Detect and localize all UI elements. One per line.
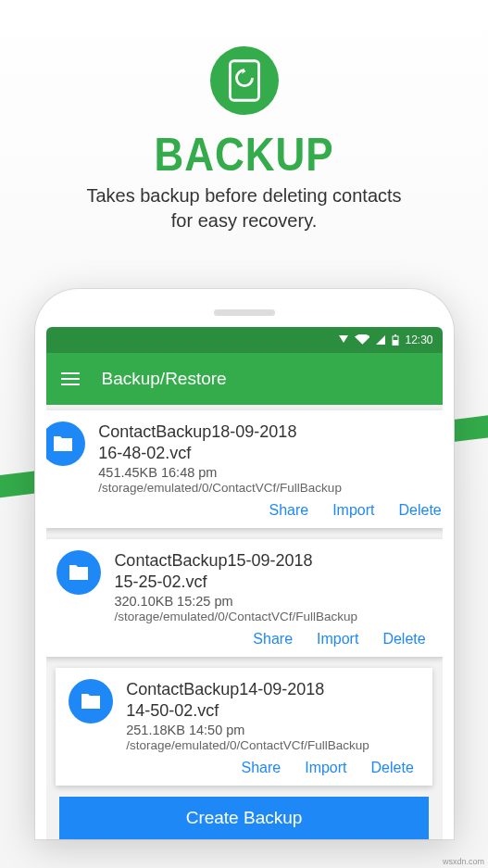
folder-icon [56, 550, 101, 595]
cell-signal-icon [375, 334, 386, 346]
share-button[interactable]: Share [253, 631, 293, 648]
backup-card: ContactBackup15-09-201815-25-02.vcf 320.… [46, 539, 443, 657]
app-bar: Backup/Restore [46, 353, 443, 405]
backup-size-time: 251.18KB 14:50 pm [126, 723, 419, 737]
delete-button[interactable]: Delete [371, 760, 414, 776]
backup-path: /storage/emulated/0/ContactVCf/FullBacku… [114, 610, 431, 623]
svg-rect-2 [393, 340, 398, 346]
create-backup-button[interactable]: Create Backup [59, 797, 428, 839]
status-bar: 12:30 [46, 327, 443, 353]
backup-filename: ContactBackup18-09-201816-48-02.vcf [98, 421, 442, 463]
signal-down-icon [338, 334, 349, 346]
backup-card: ContactBackup18-09-201816-48-02.vcf 451.… [46, 410, 443, 528]
backup-filename: ContactBackup15-09-201815-25-02.vcf [114, 550, 431, 592]
backup-hero-icon [210, 46, 279, 115]
delete-button[interactable]: Delete [399, 502, 442, 519]
hero-subtitle: Takes backup before deleting contacts fo… [0, 183, 488, 233]
import-button[interactable]: Import [332, 502, 374, 519]
backup-card: ContactBackup14-09-201814-50-02.vcf 251.… [56, 668, 432, 786]
battery-icon [392, 334, 399, 346]
backup-path: /storage/emulated/0/ContactVCf/FullBacku… [98, 481, 442, 495]
phone-speaker [214, 309, 275, 316]
menu-icon[interactable] [61, 372, 80, 385]
backup-size-time: 320.10KB 15:25 pm [114, 594, 431, 609]
folder-icon [69, 679, 113, 723]
appbar-title: Backup/Restore [102, 369, 227, 389]
backup-path: /storage/emulated/0/ContactVCf/FullBacku… [126, 738, 419, 752]
backup-filename: ContactBackup14-09-201814-50-02.vcf [126, 679, 419, 721]
phone-frame: 12:30 Backup/Restore ContactBackup18-09-… [35, 289, 454, 839]
backup-size-time: 451.45KB 16:48 pm [98, 465, 442, 480]
hero-title: BACKUP [0, 128, 488, 182]
svg-rect-0 [230, 61, 258, 101]
import-button[interactable]: Import [317, 631, 358, 648]
svg-rect-3 [394, 334, 396, 336]
folder-icon [46, 421, 86, 466]
watermark: wsxdn.com [443, 857, 484, 866]
share-button[interactable]: Share [269, 502, 308, 519]
share-button[interactable]: Share [241, 760, 281, 776]
import-button[interactable]: Import [305, 760, 346, 776]
status-time: 12:30 [405, 333, 432, 346]
delete-button[interactable]: Delete [382, 631, 425, 648]
wifi-icon [355, 334, 370, 346]
